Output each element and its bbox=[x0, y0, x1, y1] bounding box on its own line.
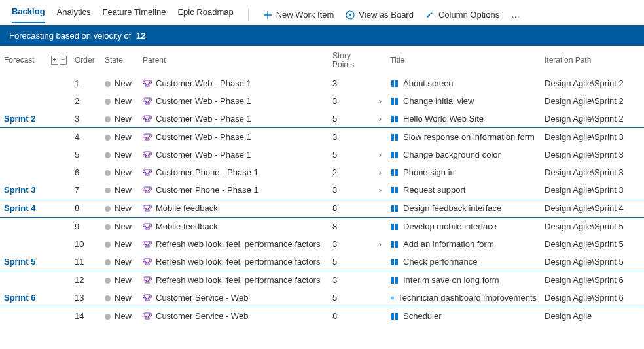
title-cell[interactable]: About screen bbox=[386, 75, 541, 92]
collapse-all-button[interactable]: − bbox=[60, 56, 67, 65]
col-iter[interactable]: Iteration Path bbox=[541, 46, 644, 75]
new-work-item-button[interactable]: New Work Item bbox=[263, 10, 334, 20]
table-row[interactable]: Sprint 613NewCustomer Service - Web5Tech… bbox=[0, 289, 644, 307]
title-cell[interactable]: Hello World Web Site bbox=[386, 110, 541, 128]
state-cell: New bbox=[101, 92, 139, 110]
col-sp[interactable]: Story Points bbox=[329, 46, 374, 75]
sp-cell: 8 bbox=[329, 307, 374, 325]
wrench-icon bbox=[425, 10, 435, 20]
parent-cell[interactable]: Customer Web - Phase 1 bbox=[139, 75, 329, 92]
trophy-icon bbox=[143, 204, 152, 213]
sp-cell: 3 bbox=[329, 92, 374, 110]
title-cell[interactable]: Slow response on information form bbox=[386, 128, 541, 146]
tab-analytics[interactable]: Analytics bbox=[57, 7, 91, 22]
expand-chevron[interactable]: › bbox=[374, 146, 386, 163]
col-parent[interactable]: Parent bbox=[139, 46, 329, 75]
overflow-menu[interactable]: … bbox=[511, 10, 520, 20]
parent-cell[interactable]: Refresh web look, feel, performance fact… bbox=[139, 271, 329, 290]
table-row[interactable]: Sprint 511NewRefresh web look, feel, per… bbox=[0, 253, 644, 271]
expand-all-button[interactable]: + bbox=[51, 56, 58, 65]
state-cell: New bbox=[101, 235, 139, 253]
state-cell: New bbox=[101, 289, 139, 307]
svg-rect-25 bbox=[391, 296, 392, 299]
parent-cell[interactable]: Refresh web look, feel, performance fact… bbox=[139, 235, 329, 253]
parent-cell[interactable]: Customer Service - Web bbox=[139, 289, 329, 307]
view-as-board-button[interactable]: View as Board bbox=[346, 10, 414, 20]
title-cell[interactable]: Phone sign in bbox=[386, 163, 541, 181]
svg-rect-13 bbox=[391, 187, 394, 193]
tab-feature-timeline[interactable]: Feature Timeline bbox=[103, 7, 166, 22]
forecast-banner: Forecasting based on velocity of 12 bbox=[0, 25, 644, 46]
table-row[interactable]: 9NewMobile feedback8Develop mobile inter… bbox=[0, 218, 644, 236]
forecast-cell bbox=[0, 75, 47, 92]
pbi-icon bbox=[390, 168, 399, 177]
forecast-cell bbox=[0, 128, 47, 146]
plus-icon bbox=[263, 10, 272, 20]
parent-cell[interactable]: Customer Phone - Phase 1 bbox=[139, 181, 329, 199]
table-row[interactable]: 6NewCustomer Phone - Phase 12›Phone sign… bbox=[0, 163, 644, 181]
title-cell[interactable]: Add an information form bbox=[386, 235, 541, 253]
parent-cell[interactable]: Customer Web - Phase 1 bbox=[139, 110, 329, 128]
title-cell[interactable]: Interim save on long form bbox=[386, 271, 541, 290]
table-row[interactable]: Sprint 37NewCustomer Phone - Phase 13›Re… bbox=[0, 181, 644, 199]
col-order[interactable]: Order bbox=[71, 46, 101, 75]
title-cell[interactable]: Develop mobile interface bbox=[386, 218, 541, 236]
svg-rect-22 bbox=[395, 259, 398, 265]
col-forecast[interactable]: Forecast bbox=[0, 46, 47, 75]
title-cell[interactable]: Design feedback interface bbox=[386, 199, 541, 218]
expand-chevron[interactable]: › bbox=[374, 163, 386, 181]
col-state[interactable]: State bbox=[101, 46, 139, 75]
svg-rect-12 bbox=[395, 169, 398, 176]
expand-chevron[interactable]: › bbox=[374, 92, 386, 110]
parent-cell[interactable]: Mobile feedback bbox=[139, 199, 329, 218]
parent-cell[interactable]: Customer Web - Phase 1 bbox=[139, 92, 329, 110]
title-cell[interactable]: Request support bbox=[386, 181, 541, 199]
parent-cell[interactable]: Refresh web look, feel, performance fact… bbox=[139, 253, 329, 271]
title-cell[interactable]: Change background color bbox=[386, 146, 541, 163]
parent-cell[interactable]: Customer Web - Phase 1 bbox=[139, 146, 329, 163]
new-work-item-label: New Work Item bbox=[276, 10, 334, 20]
tab-epic-roadmap[interactable]: Epic Roadmap bbox=[177, 7, 233, 22]
state-dot-icon bbox=[105, 99, 111, 105]
tab-backlog[interactable]: Backlog bbox=[12, 7, 45, 23]
state-dot-icon bbox=[105, 206, 111, 212]
state-cell: New bbox=[101, 253, 139, 271]
table-row[interactable]: 10NewRefresh web look, feel, performance… bbox=[0, 235, 644, 253]
sp-cell: 8 bbox=[329, 218, 374, 236]
pbi-icon bbox=[390, 204, 399, 213]
title-cell[interactable]: Check performance bbox=[386, 253, 541, 271]
order-cell: 2 bbox=[71, 92, 101, 110]
table-row[interactable]: 4NewCustomer Web - Phase 13Slow response… bbox=[0, 128, 644, 146]
trophy-icon bbox=[143, 114, 152, 124]
table-row[interactable]: Sprint 23NewCustomer Web - Phase 15›Hell… bbox=[0, 110, 644, 128]
order-cell: 14 bbox=[71, 307, 101, 325]
expand-chevron[interactable]: › bbox=[374, 181, 386, 199]
state-cell: New bbox=[101, 181, 139, 199]
table-row[interactable]: Sprint 48NewMobile feedback8Design feedb… bbox=[0, 199, 644, 218]
title-cell[interactable]: Scheduler bbox=[386, 307, 541, 325]
title-cell[interactable]: Technician dashboard improvements bbox=[386, 289, 541, 307]
expand-chevron[interactable]: › bbox=[374, 110, 386, 128]
parent-cell[interactable]: Customer Phone - Phase 1 bbox=[139, 163, 329, 181]
table-row[interactable]: 2NewCustomer Web - Phase 13›Change initi… bbox=[0, 92, 644, 110]
column-options-button[interactable]: Column Options bbox=[425, 10, 499, 20]
trophy-icon bbox=[143, 79, 152, 88]
svg-rect-23 bbox=[391, 277, 394, 284]
parent-cell[interactable]: Mobile feedback bbox=[139, 218, 329, 236]
title-cell[interactable]: Change initial view bbox=[386, 92, 541, 110]
table-row[interactable]: 12NewRefresh web look, feel, performance… bbox=[0, 271, 644, 290]
state-dot-icon bbox=[105, 278, 111, 284]
parent-cell[interactable]: Customer Service - Web bbox=[139, 307, 329, 325]
table-row[interactable]: 14NewCustomer Service - Web8SchedulerDes… bbox=[0, 307, 644, 325]
col-expand: + − bbox=[47, 46, 71, 75]
table-row[interactable]: 5NewCustomer Web - Phase 15›Change backg… bbox=[0, 146, 644, 163]
col-title[interactable]: Title bbox=[386, 46, 541, 75]
forecast-cell bbox=[0, 146, 47, 163]
state-dot-icon bbox=[105, 135, 111, 141]
parent-cell[interactable]: Customer Web - Phase 1 bbox=[139, 128, 329, 146]
expand-chevron[interactable]: › bbox=[374, 235, 386, 253]
header-row: Forecast + − Order State Parent Story Po… bbox=[0, 46, 644, 75]
state-cell: New bbox=[101, 199, 139, 218]
forecast-cell: Sprint 4 bbox=[0, 199, 47, 218]
table-row[interactable]: 1NewCustomer Web - Phase 13About screenD… bbox=[0, 75, 644, 92]
